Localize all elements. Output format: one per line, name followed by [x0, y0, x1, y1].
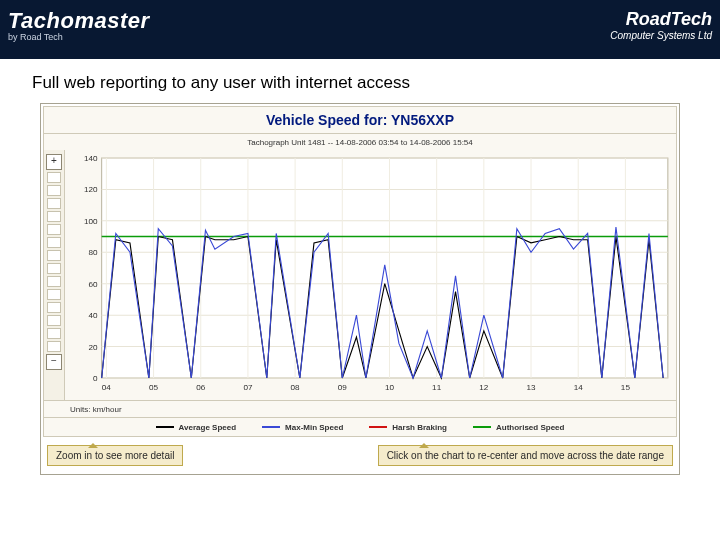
tip-recenter: Click on the chart to re-center and move…	[378, 445, 673, 466]
zoom-step[interactable]	[47, 328, 61, 339]
svg-text:06: 06	[196, 383, 206, 392]
legend-item: Authorised Speed	[473, 423, 564, 432]
svg-text:140: 140	[84, 154, 98, 163]
chart-frame: Vehicle Speed for: YN56XXP Tachograph Un…	[40, 103, 680, 475]
svg-text:09: 09	[338, 383, 348, 392]
units-label: Units: km/hour	[44, 400, 676, 417]
svg-text:80: 80	[89, 248, 99, 257]
svg-text:11: 11	[432, 383, 442, 392]
zoom-step[interactable]	[47, 315, 61, 326]
tip-zoom: Zoom in to see more detail	[47, 445, 183, 466]
svg-text:40: 40	[89, 311, 99, 320]
svg-text:20: 20	[89, 343, 99, 352]
svg-text:08: 08	[291, 383, 301, 392]
zoom-step[interactable]	[47, 211, 61, 222]
svg-text:15: 15	[621, 383, 631, 392]
zoom-step[interactable]	[47, 250, 61, 261]
zoom-step[interactable]	[47, 224, 61, 235]
zoom-sidebar: + −	[44, 150, 65, 400]
zoom-step[interactable]	[47, 276, 61, 287]
zoom-step[interactable]	[47, 341, 61, 352]
company-subtitle: Computer Systems Ltd	[610, 30, 712, 41]
svg-text:120: 120	[84, 185, 98, 194]
zoom-step[interactable]	[47, 198, 61, 209]
zoom-step[interactable]	[47, 237, 61, 248]
zoom-in-button[interactable]: +	[46, 154, 62, 170]
brand-name: Tachomaster	[8, 8, 150, 34]
zoom-step[interactable]	[47, 289, 61, 300]
svg-text:60: 60	[89, 280, 99, 289]
zoom-step[interactable]	[47, 172, 61, 183]
legend-item: Max-Min Speed	[262, 423, 343, 432]
svg-text:12: 12	[479, 383, 489, 392]
legend-item: Average Speed	[156, 423, 237, 432]
svg-text:05: 05	[149, 383, 159, 392]
zoom-out-button[interactable]: −	[46, 354, 62, 370]
company-name: RoadTech	[610, 9, 712, 30]
zoom-step[interactable]	[47, 302, 61, 313]
top-bar: Tachomaster by Road Tech RoadTech Comput…	[0, 0, 720, 58]
chart-title: Vehicle Speed for: YN56XXP	[44, 107, 676, 134]
brand-subtitle: by Road Tech	[8, 32, 150, 42]
chart-subtitle: Tachograph Unit 1481 -- 14-08-2006 03:54…	[44, 134, 676, 150]
svg-text:07: 07	[243, 383, 253, 392]
svg-text:0: 0	[93, 374, 98, 383]
zoom-step[interactable]	[47, 263, 61, 274]
svg-text:13: 13	[526, 383, 536, 392]
zoom-step[interactable]	[47, 185, 61, 196]
svg-text:100: 100	[84, 217, 98, 226]
svg-text:14: 14	[574, 383, 584, 392]
page-heading: Full web reporting to any user with inte…	[0, 59, 720, 103]
svg-text:10: 10	[385, 383, 395, 392]
chart-legend: Average Speed Max-Min Speed Harsh Brakin…	[44, 417, 676, 436]
svg-text:04: 04	[102, 383, 112, 392]
chart-plot[interactable]: 0204060801001201400405060708091011121314…	[65, 150, 676, 400]
legend-item: Harsh Braking	[369, 423, 447, 432]
